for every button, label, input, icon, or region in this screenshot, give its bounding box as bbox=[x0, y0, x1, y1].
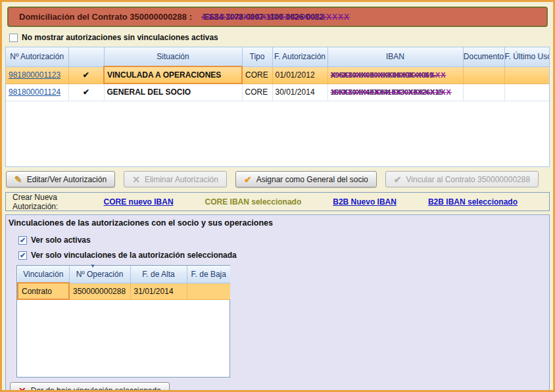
contract-title: Domiciliación del Contrato 350000000288 … bbox=[19, 12, 192, 22]
vinculacion-row-selected[interactable]: Contrato 350000000288 31/01/2014 bbox=[18, 283, 230, 299]
active-check-icon: ✔ bbox=[68, 84, 104, 101]
auth-number-link[interactable]: 981800001123 bbox=[9, 70, 60, 80]
col-iban[interactable]: IBAN bbox=[327, 47, 463, 66]
b2b-new-iban-link[interactable]: B2B Nuevo IBAN bbox=[333, 197, 397, 207]
b2b-iban-selected-link[interactable]: B2B IBAN seleccionado bbox=[428, 197, 518, 207]
alta-cell: 31/01/2014 bbox=[130, 283, 187, 299]
vinculacion-cell[interactable]: Contrato bbox=[18, 283, 69, 299]
vinculaciones-title: Vinculaciones de las autorizaciones con … bbox=[6, 215, 549, 228]
col-num-operacion[interactable]: Nº Operación bbox=[69, 266, 130, 283]
vinculaciones-table: ▼ Vinculación Nº Operación F. de Alta F.… bbox=[16, 265, 230, 378]
col-vinculacion[interactable]: Vinculación bbox=[18, 266, 69, 283]
col-situacion[interactable]: Situación bbox=[104, 47, 242, 66]
auth-table-header-row: Nº Autorización Situación Tipo F. Autori… bbox=[6, 47, 550, 66]
ver-solo-activas-label: Ver solo activas bbox=[31, 235, 91, 245]
tipo-cell: CORE bbox=[242, 66, 272, 84]
iban-redacted: 16XX30XX40XX410X30X0X26X15 XXXXXXXXXXXXX… bbox=[331, 87, 443, 97]
active-check-icon: ✔ bbox=[68, 66, 104, 84]
f-autorizacion-cell: 01/01/2012 bbox=[272, 66, 327, 84]
edit-authorization-button[interactable]: ✎ Editar/Ver Autorización bbox=[6, 171, 115, 187]
f-ultimo-uso-cell bbox=[504, 66, 550, 84]
operacion-cell: 350000000288 bbox=[69, 283, 130, 299]
edit-pencil-icon: ✎ bbox=[14, 174, 22, 185]
col-tipo[interactable]: Tipo bbox=[242, 47, 272, 66]
assign-check-icon: ✔ bbox=[244, 174, 252, 185]
f-autorizacion-cell: 30/01/2014 bbox=[272, 84, 327, 101]
auth-number-link[interactable]: 981800001124 bbox=[9, 87, 60, 97]
baja-cell bbox=[187, 283, 230, 299]
link-check-icon: ✔ bbox=[394, 174, 402, 185]
edit-authorization-label: Editar/Ver Autorización bbox=[27, 175, 107, 184]
ver-solo-activas-checkbox[interactable]: ✔ bbox=[18, 236, 27, 245]
remove-vinculacion-button[interactable]: ✕ Dar de baja vinculación seleccionada bbox=[10, 382, 170, 392]
col-documento[interactable]: Documento bbox=[463, 47, 504, 66]
documento-cell bbox=[463, 84, 504, 101]
hide-unlinked-checkbox[interactable] bbox=[9, 34, 18, 42]
core-iban-selected-link: CORE IBAN seleccionado bbox=[205, 197, 302, 207]
ver-solo-seleccionada-checkbox[interactable]: ✔ bbox=[18, 251, 27, 260]
auth-row-selected[interactable]: 981800001123 ✔ VINCULADA A OPERACIONES C… bbox=[6, 66, 550, 84]
situacion-cell[interactable]: VINCULADA A OPERACIONES bbox=[104, 66, 242, 84]
col-check[interactable] bbox=[68, 47, 104, 66]
col-f-ultimo-uso[interactable]: F. Último Uso bbox=[504, 47, 550, 66]
contract-header-bar: Domiciliación del Contrato 350000000288 … bbox=[7, 7, 548, 27]
auth-toolbar: ✎ Editar/Ver Autorización ✕ Eliminar Aut… bbox=[6, 171, 550, 187]
assign-general-label: Asignar como General del socio bbox=[256, 175, 368, 184]
authorizations-table: Nº Autorización Situación Tipo F. Autori… bbox=[5, 47, 550, 167]
ver-solo-seleccionada-label: Ver solo vinculaciones de la autorizació… bbox=[31, 251, 237, 260]
col-num-autorizacion[interactable]: Nº Autorización bbox=[6, 47, 68, 66]
iban-redacted: X96X30XX000XXX06X0X-X069- XXXXXXXXXXXXXX… bbox=[331, 70, 436, 80]
domiciliacion-page: Domiciliación del Contrato 350000000288 … bbox=[2, 2, 553, 392]
tipo-cell: CORE bbox=[242, 84, 272, 101]
link-to-contract-button[interactable]: ✔ Vincular al Contrato 350000000288 bbox=[385, 171, 539, 187]
sort-down-icon: ▼ bbox=[90, 264, 95, 269]
remove-vinculacion-label: Dar de baja vinculación seleccionada bbox=[31, 386, 161, 392]
situacion-cell[interactable]: GENERAL DEL SOCIO bbox=[104, 84, 242, 101]
link-to-contract-label: Vincular al Contrato 350000000288 bbox=[406, 175, 531, 184]
vinculaciones-panel: Vinculaciones de las autorizaciones con … bbox=[5, 214, 550, 392]
col-f-autorizacion[interactable]: F. Autorización bbox=[272, 47, 327, 66]
create-authorization-label: Crear Nueva Autorización: bbox=[12, 193, 88, 211]
filter-ver-solo-activas[interactable]: ✔ Ver solo activas bbox=[18, 235, 549, 245]
contract-iban-redacted: -ES84-3073-0007-1100-0026-0082- XXXXXXXX… bbox=[201, 12, 326, 22]
col-f-de-baja[interactable]: F. de Baja bbox=[187, 266, 230, 283]
assign-general-button[interactable]: ✔ Asignar como General del socio bbox=[235, 171, 377, 187]
create-authorization-bar: Crear Nueva Autorización: CORE nuevo IBA… bbox=[5, 192, 550, 211]
delete-authorization-label: Eliminar Autorización bbox=[145, 175, 218, 184]
core-new-iban-link[interactable]: CORE nuevo IBAN bbox=[104, 197, 174, 207]
documento-cell bbox=[463, 66, 504, 84]
filter-ver-solo-seleccionada[interactable]: ✔ Ver solo vinculaciones de la autorizac… bbox=[18, 251, 549, 260]
delete-authorization-button[interactable]: ✕ Eliminar Autorización bbox=[124, 171, 227, 187]
filter-hide-unlinked[interactable]: No mostrar autorizaciones sin vinculacio… bbox=[9, 33, 550, 42]
delete-x-icon: ✕ bbox=[132, 174, 140, 185]
col-f-de-alta[interactable]: F. de Alta bbox=[130, 266, 187, 283]
vinc-table-header-row: Vinculación Nº Operación F. de Alta F. d… bbox=[18, 266, 230, 283]
f-ultimo-uso-cell bbox=[504, 84, 550, 101]
auth-row[interactable]: 981800001124 ✔ GENERAL DEL SOCIO CORE 30… bbox=[6, 84, 550, 101]
hide-unlinked-label: No mostrar autorizaciones sin vinculacio… bbox=[22, 33, 218, 42]
remove-x-icon: ✕ bbox=[18, 385, 26, 392]
